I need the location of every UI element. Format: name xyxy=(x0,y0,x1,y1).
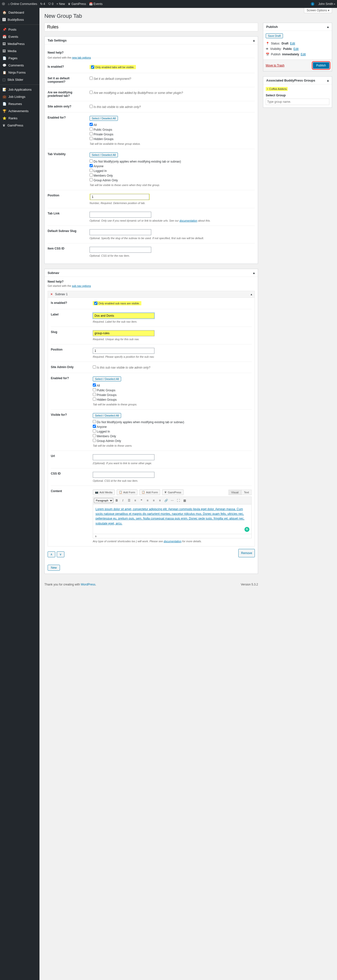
help-link[interactable]: new tab options xyxy=(72,56,91,59)
sidebar-item-posts[interactable]: 📌 Posts xyxy=(0,26,40,33)
updates-link[interactable]: ↻ 4 xyxy=(40,2,45,6)
sn-admin-checkbox[interactable] xyxy=(93,365,96,369)
sidebar-item-joblistings[interactable]: 💼 Job Listings xyxy=(0,93,40,100)
comments-link[interactable]: 🗨 0 xyxy=(48,2,54,6)
sn-enabledfor-opt[interactable] xyxy=(93,383,96,387)
modifying-checkbox[interactable] xyxy=(90,91,93,94)
sn-visiblefor-opt[interactable] xyxy=(93,439,96,442)
visual-tab[interactable]: Visual xyxy=(228,490,241,495)
visibility-opt[interactable] xyxy=(90,159,93,162)
sn-url-input[interactable] xyxy=(93,454,154,460)
remove-button[interactable]: Remove xyxy=(238,549,255,557)
move-to-trash-link[interactable]: Move to Trash xyxy=(266,64,285,67)
default-checkbox[interactable] xyxy=(90,76,93,80)
edit-status-link[interactable]: Edit xyxy=(290,42,295,45)
quote-icon[interactable]: ❝ xyxy=(139,498,144,503)
sn-enabledfor-opt[interactable] xyxy=(93,393,96,396)
enabledfor-opt[interactable] xyxy=(90,137,93,140)
sn-visiblefor-opt[interactable] xyxy=(93,434,96,437)
content-doc-link[interactable]: documentation xyxy=(164,540,181,543)
screen-options-tab[interactable]: Screen Options ▾ xyxy=(304,8,332,13)
toolbar-toggle-icon[interactable]: ▦ xyxy=(182,498,187,503)
sidebar-item-events[interactable]: 📅 Events xyxy=(0,33,40,40)
visibility-opt[interactable] xyxy=(90,173,93,177)
site-link[interactable]: ⌂ Online Communities xyxy=(8,2,37,6)
paragraph-select[interactable]: Paragraph xyxy=(94,498,113,503)
sn-cssid-input[interactable] xyxy=(93,472,154,478)
content-editor[interactable]: Lorem ipsum dolor sit amet, consectetur … xyxy=(93,504,252,534)
enabledfor-opt[interactable] xyxy=(90,132,93,135)
publish-header[interactable]: Publish▴ xyxy=(263,23,332,31)
link-icon[interactable]: 🔗 xyxy=(163,498,169,503)
sidebar-item-achievements[interactable]: 🏆 Achievements xyxy=(0,107,40,115)
sn-slug-input[interactable] xyxy=(93,330,154,336)
enabledfor-opt[interactable] xyxy=(90,123,93,126)
tablink-doc-link[interactable]: documentation xyxy=(179,219,197,222)
wp-logo-icon[interactable]: ⓦ xyxy=(2,2,5,6)
new-subnav-button[interactable]: New xyxy=(47,565,60,571)
adminonly-checkbox[interactable] xyxy=(90,105,93,108)
sidebar-item-dashboard[interactable]: 🏠 Dashboard xyxy=(0,9,40,16)
publish-button[interactable]: Publish xyxy=(313,62,329,69)
visibility-opt[interactable] xyxy=(90,164,93,167)
sn-enabled-checkbox[interactable] xyxy=(94,302,97,305)
ul-icon[interactable]: ☰ xyxy=(126,498,132,503)
enabledfor-selectall[interactable]: Select / Deselect All xyxy=(90,116,118,121)
add-media-button[interactable]: 📷 Add Media xyxy=(93,489,115,495)
text-tab[interactable]: Text xyxy=(241,490,252,495)
user-menu[interactable]: John Smith ▪ xyxy=(318,2,335,6)
wordpress-link[interactable]: WordPress xyxy=(81,583,95,586)
align-center-icon[interactable]: ≡ xyxy=(151,498,157,503)
more-icon[interactable]: ⋯ xyxy=(169,498,175,503)
tablink-input[interactable] xyxy=(90,212,151,218)
subnav-header[interactable]: Subnav▴ xyxy=(45,269,258,277)
grammarly-icon[interactable]: G xyxy=(244,527,249,532)
sidebar-item-mediapress[interactable]: 🖼 MediaPress xyxy=(0,40,40,48)
sn-visiblefor-opt[interactable] xyxy=(93,430,96,433)
ol-icon[interactable]: ≡ xyxy=(133,498,138,503)
edit-pub-link[interactable]: Edit xyxy=(301,52,306,56)
sn-enabledfor-opt[interactable] xyxy=(93,388,96,391)
fullscreen-icon[interactable]: ⛶ xyxy=(176,498,181,503)
subnav-item-header[interactable]: ✕ Subnav 1 ▴ xyxy=(47,291,255,298)
remove-group-icon[interactable]: × xyxy=(267,88,268,91)
enabledfor-opt[interactable] xyxy=(90,127,93,131)
events-link[interactable]: 📅 Events xyxy=(89,2,103,6)
sn-label-input[interactable] xyxy=(93,313,154,319)
visibility-selectall[interactable]: Select / Deselect All xyxy=(90,153,118,158)
bold-icon[interactable]: B xyxy=(114,498,119,503)
sn-enabledfor-btn[interactable]: Select / Deselect All xyxy=(93,377,121,382)
add-form-button[interactable]: 📋 Add Form xyxy=(139,489,160,495)
align-left-icon[interactable]: ≡ xyxy=(145,498,150,503)
gamipress-link[interactable]: ♛ GamiPress xyxy=(68,2,86,6)
visibility-opt[interactable] xyxy=(90,169,93,172)
sidebar-item-resumes[interactable]: 📄 Resumes xyxy=(0,100,40,107)
sn-enabledfor-opt[interactable] xyxy=(93,398,96,401)
edit-vis-link[interactable]: Edit xyxy=(293,47,299,51)
sidebar-item-ranks[interactable]: ⭐ Ranks xyxy=(0,115,40,122)
sidebar-item-comments[interactable]: 💬 Comments xyxy=(0,62,40,69)
sidebar-item-media[interactable]: 🖼 Media xyxy=(0,48,40,55)
sidebar-item-gamipress[interactable]: ♛ GamiPress xyxy=(0,122,40,129)
visibility-opt[interactable] xyxy=(90,178,93,181)
new-link[interactable]: + New xyxy=(57,2,65,6)
subnav-remove-icon[interactable]: ✕ xyxy=(50,293,53,296)
sn-visiblefor-opt[interactable] xyxy=(93,425,96,428)
move-down-button[interactable]: ∨ xyxy=(57,551,64,557)
move-up-button[interactable]: ∧ xyxy=(47,551,55,557)
gamipress-button[interactable]: ♛ GamiPress xyxy=(162,489,183,495)
notification-badge[interactable]: 1 xyxy=(311,2,314,6)
group-search-input[interactable] xyxy=(266,99,329,105)
sn-pos-input[interactable] xyxy=(93,348,154,354)
title-input[interactable] xyxy=(44,23,258,31)
defaultslug-input[interactable] xyxy=(90,229,151,235)
sn-visiblefor-opt[interactable] xyxy=(93,420,96,423)
save-draft-button[interactable]: Save Draft xyxy=(266,33,283,38)
groups-header[interactable]: Associated BuddyPress Groups▴ xyxy=(263,76,332,84)
sidebar-item-ninjaforms[interactable]: 📋 Ninja Forms xyxy=(0,69,40,76)
sn-visiblefor-btn[interactable]: Select / Deselect All xyxy=(93,413,121,418)
italic-icon[interactable]: I xyxy=(120,498,126,503)
sidebar-item-pages[interactable]: 📄 Pages xyxy=(0,55,40,62)
align-right-icon[interactable]: ≡ xyxy=(157,498,163,503)
sidebar-item-buddyboss[interactable]: 🅱 BuddyBoss xyxy=(0,16,40,23)
